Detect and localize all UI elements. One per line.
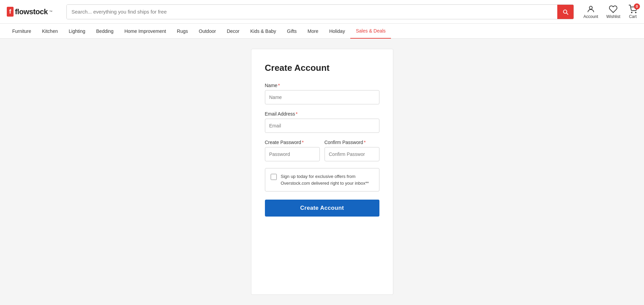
logo-icon: f <box>7 7 14 17</box>
nav-item-lighting[interactable]: Lighting <box>63 24 91 39</box>
confirm-password-group: Confirm Password* <box>325 140 379 161</box>
logo-text: flowstock <box>15 7 48 16</box>
newsletter-box: Sign up today for exclusive offers from … <box>265 168 379 191</box>
nav-item-sales-deals[interactable]: Sales & Deals <box>350 24 391 39</box>
email-input[interactable] <box>265 119 379 133</box>
search-icon <box>562 8 569 15</box>
header: f flowstock™ Account Wishlist <box>0 0 644 24</box>
header-icons: Account Wishlist 0 Cart <box>583 5 637 19</box>
nav-item-kitchen[interactable]: Kitchen <box>37 24 63 39</box>
create-password-group: Create Password* <box>265 140 320 161</box>
svg-point-0 <box>589 6 593 9</box>
wishlist-label: Wishlist <box>606 14 620 19</box>
nav-item-furniture[interactable]: Furniture <box>7 24 37 39</box>
create-account-button[interactable]: Create Account <box>265 200 379 217</box>
nav-item-kids-baby[interactable]: Kids & Baby <box>245 24 282 39</box>
nav-item-decor[interactable]: Decor <box>221 24 245 39</box>
svg-point-2 <box>636 12 636 13</box>
cart-label: Cart <box>629 14 637 19</box>
search-container <box>66 4 574 19</box>
search-button[interactable] <box>557 5 574 19</box>
name-label: Name* <box>265 83 379 88</box>
nav-item-home-improvement[interactable]: Home Improvement <box>119 24 171 39</box>
name-input[interactable] <box>265 90 379 104</box>
email-required: * <box>296 111 297 117</box>
svg-point-1 <box>631 12 632 13</box>
confirm-password-required: * <box>364 140 366 145</box>
create-password-input[interactable] <box>265 147 320 161</box>
nav-item-more[interactable]: More <box>302 24 324 39</box>
email-group: Email Address* <box>265 111 379 133</box>
main-content: Create Account Name* Email Address* Crea… <box>0 39 644 305</box>
main-nav: Furniture Kitchen Lighting Bedding Home … <box>0 24 644 39</box>
nav-item-gifts[interactable]: Gifts <box>282 24 302 39</box>
wishlist-icon <box>609 5 618 14</box>
nav-item-holiday[interactable]: Holiday <box>324 24 351 39</box>
create-password-label: Create Password* <box>265 140 320 145</box>
create-password-required: * <box>302 140 304 145</box>
nav-item-outdoor[interactable]: Outdoor <box>193 24 222 39</box>
account-link[interactable]: Account <box>583 5 598 19</box>
cart-badge: 0 <box>634 3 640 9</box>
form-title: Create Account <box>265 63 379 73</box>
account-label: Account <box>583 14 598 19</box>
nav-item-rugs[interactable]: Rugs <box>171 24 193 39</box>
logo-tm: ™ <box>49 10 53 14</box>
confirm-password-input[interactable] <box>325 147 379 161</box>
create-account-card: Create Account Name* Email Address* Crea… <box>251 49 393 295</box>
newsletter-text: Sign up today for exclusive offers from … <box>281 173 374 186</box>
search-input[interactable] <box>67 5 557 19</box>
confirm-password-label: Confirm Password* <box>325 140 379 145</box>
name-required: * <box>278 83 280 88</box>
wishlist-link[interactable]: Wishlist <box>606 5 620 19</box>
nav-item-bedding[interactable]: Bedding <box>91 24 119 39</box>
email-label: Email Address* <box>265 111 379 117</box>
newsletter-checkbox[interactable] <box>271 174 277 180</box>
cart-link[interactable]: 0 Cart <box>628 5 637 19</box>
password-row: Create Password* Confirm Password* <box>265 140 379 161</box>
account-icon <box>586 5 595 14</box>
logo[interactable]: f flowstock™ <box>7 7 61 17</box>
name-group: Name* <box>265 83 379 104</box>
